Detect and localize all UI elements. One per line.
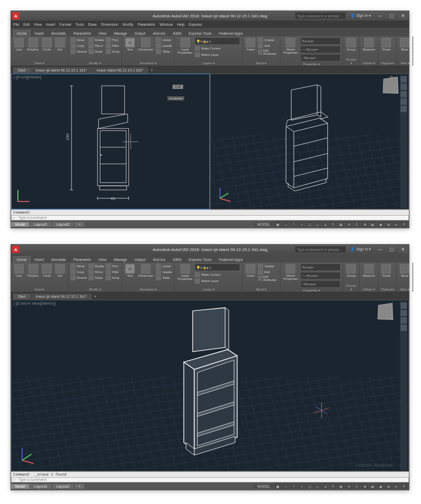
menu-express[interactable]: Express — [189, 23, 202, 26]
color-dropdown[interactable]: ByLayer — [300, 264, 340, 271]
layer-properties-button[interactable]: Layer Properties — [177, 264, 193, 281]
status-monitor-icon[interactable]: ▤ — [369, 483, 376, 489]
status-monitor-icon[interactable]: ▤ — [369, 221, 376, 227]
status-cycling-icon[interactable]: ⟳ — [345, 483, 353, 489]
status-lwt-icon[interactable]: ≡ — [329, 221, 337, 227]
dimension-button[interactable]: Dimension — [137, 37, 154, 52]
menu-file[interactable]: File — [13, 23, 19, 26]
tab-start[interactable]: Start — [13, 294, 31, 299]
tab-output[interactable]: Output — [131, 31, 148, 36]
trim-button[interactable]: Trim — [106, 37, 119, 43]
layout-tab-add[interactable]: + — [74, 484, 85, 489]
linetype-dropdown[interactable]: ─ ByLayer — [300, 280, 340, 288]
layout-tab-1[interactable]: Layout1 — [30, 484, 52, 489]
tab-express[interactable]: Express Tools — [186, 31, 215, 36]
app-logo[interactable]: A — [12, 12, 19, 19]
menu-format[interactable]: Format — [59, 23, 71, 26]
group-button[interactable]: Group — [345, 37, 357, 52]
status-transparency-icon[interactable]: ▨ — [337, 483, 345, 489]
tab-file-1[interactable]: braun ipl stand 96.12.15.1 3d1* — [31, 294, 92, 299]
status-transparency-icon[interactable]: ▨ — [337, 221, 345, 227]
status-annotation-icon[interactable]: 人 — [353, 221, 360, 227]
menu-window[interactable]: Window — [159, 23, 173, 26]
nav-pan-icon[interactable] — [400, 84, 407, 90]
status-hardware-icon[interactable]: ⊞ — [385, 483, 392, 489]
create-block-button[interactable]: Create — [258, 264, 277, 269]
maximize-button[interactable]: ▢ — [387, 12, 396, 19]
status-otrack-icon[interactable]: ∠ — [322, 483, 329, 489]
menu-parametric[interactable]: Parametric — [137, 23, 155, 26]
create-block-button[interactable]: Create — [258, 37, 277, 43]
status-custom-icon[interactable]: ≡ — [400, 221, 408, 227]
tab-home[interactable]: Home — [13, 30, 31, 36]
viewport-front[interactable]: [-][Front][Hidden] TOP Unnamed — [11, 74, 210, 209]
app-logo[interactable]: A — [12, 246, 19, 253]
paste-button[interactable]: Paste — [380, 264, 392, 278]
linear-button[interactable]: Linear — [156, 37, 172, 43]
minimize-button[interactable]: ─ — [375, 12, 385, 19]
leader-button[interactable]: Leader — [156, 43, 172, 48]
tab-featured[interactable]: Featured Apps — [216, 31, 246, 36]
drawing-area[interactable]: [-][Front][Hidden] TOP Unnamed — [11, 74, 409, 209]
status-workspace-icon[interactable]: ⚙ — [361, 483, 368, 489]
maximize-button[interactable]: ▢ — [387, 246, 396, 253]
fillet-button[interactable]: Fillet — [106, 269, 119, 275]
layout-tab-2[interactable]: Layout2 — [52, 484, 74, 489]
status-cycling-icon[interactable]: ⟳ — [345, 221, 353, 227]
menu-draw[interactable]: Draw — [88, 23, 96, 26]
nav-orbit-icon[interactable] — [400, 325, 407, 331]
status-polar-icon[interactable]: ✧ — [298, 221, 305, 227]
status-snap-icon[interactable]: ∷ — [282, 221, 289, 227]
tab-manage[interactable]: Manage — [111, 257, 130, 263]
status-grid-icon[interactable]: ▦ — [274, 483, 282, 489]
layout-tab-add[interactable]: + — [74, 222, 85, 227]
table-button[interactable]: Table — [156, 275, 172, 280]
linetype-dropdown[interactable]: ─ ByLayer — [300, 54, 340, 62]
new-tab-button[interactable]: + — [148, 68, 155, 72]
status-model[interactable]: MODEL — [254, 223, 274, 226]
status-osnap-icon[interactable]: ◻ — [306, 483, 313, 489]
tab-manage[interactable]: Manage — [111, 31, 130, 36]
status-isolate-icon[interactable]: ◉ — [377, 483, 384, 489]
match-properties-button[interactable]: Match Properties — [283, 37, 299, 55]
trim-button[interactable]: Trim — [106, 264, 119, 269]
lineweight-dropdown[interactable]: ── ByLayer — [300, 46, 340, 53]
nav-zoom-icon[interactable] — [400, 317, 407, 324]
tab-annotate[interactable]: Annotate — [48, 257, 69, 263]
layout-tab-model[interactable]: Model — [11, 484, 30, 489]
tab-file-2[interactable]: braun stand 96.12.14.1 3d1* — [92, 67, 148, 73]
layer-dropdown[interactable]: 💡❄🔒■ 0 — [195, 264, 240, 271]
text-button[interactable]: AText — [124, 264, 136, 278]
status-clean-icon[interactable]: ▭ — [393, 483, 400, 489]
status-lwt-icon[interactable]: ≡ — [329, 483, 337, 489]
edit-attr-button[interactable]: Edit Attributes — [258, 49, 277, 55]
move-button[interactable]: Move — [71, 264, 87, 269]
layout-tab-1[interactable]: Layout1 — [30, 222, 52, 227]
status-isolate-icon[interactable]: ◉ — [377, 221, 384, 227]
array-button[interactable]: Array — [106, 275, 119, 280]
tab-file-1[interactable]: braun ipl stand 96.12.15.1 3d1* — [31, 67, 92, 73]
fillet-button[interactable]: Fillet — [106, 43, 119, 48]
status-ortho-icon[interactable]: └ — [290, 221, 297, 227]
nav-orbit-icon[interactable] — [400, 98, 407, 105]
base-button[interactable]: Base — [399, 264, 410, 278]
tab-insert[interactable]: Insert — [32, 31, 47, 36]
command-input[interactable]: ▷~ Type a command — [11, 477, 409, 482]
status-polar-icon[interactable]: ✧ — [298, 483, 305, 489]
array-button[interactable]: Array — [106, 49, 119, 54]
polyline-button[interactable]: Polyline — [26, 37, 39, 52]
menu-modify[interactable]: Modify — [123, 23, 134, 26]
dimension-button[interactable]: Dimension — [137, 264, 154, 278]
viewport-custom[interactable]: [-][Custom View][Sketchy] — [11, 300, 409, 471]
measure-button[interactable]: Measure — [362, 37, 376, 52]
status-workspace-icon[interactable]: ⚙ — [361, 221, 368, 227]
minimize-button[interactable]: ─ — [375, 246, 385, 253]
line-button[interactable]: Line — [13, 264, 25, 278]
tab-output[interactable]: Output — [131, 257, 148, 263]
move-button[interactable]: Move — [71, 37, 87, 43]
close-button[interactable]: ✕ — [398, 246, 408, 253]
nav-wheel-icon[interactable] — [400, 303, 407, 309]
line-button[interactable]: Line — [13, 37, 25, 52]
stretch-button[interactable]: Stretch — [71, 275, 87, 280]
tab-parametric[interactable]: Parametric — [70, 257, 94, 263]
